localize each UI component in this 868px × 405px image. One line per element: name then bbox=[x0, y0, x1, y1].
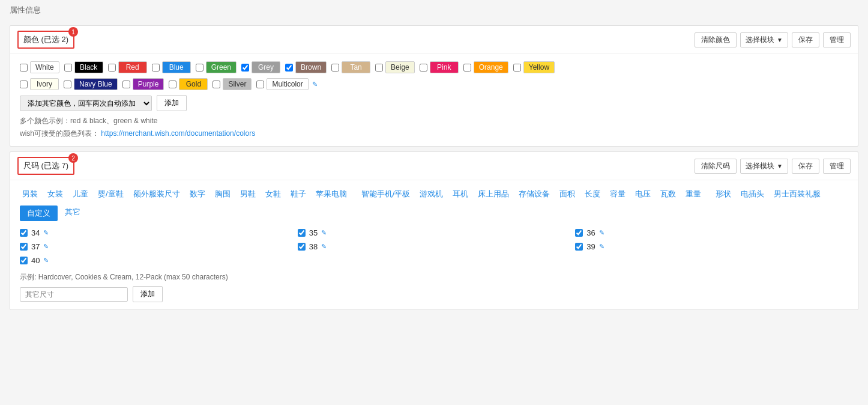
color-label-multicolor[interactable]: Multicolor bbox=[267, 78, 308, 90]
tab-apple-pc[interactable]: 苹果电脑 bbox=[313, 187, 349, 201]
tab-shape[interactable]: 形状 bbox=[713, 187, 734, 201]
size-label-40[interactable]: 40 bbox=[31, 256, 40, 265]
size-edit-icon-39[interactable]: ✎ bbox=[599, 243, 604, 251]
size-input-row: 示例: Hardcover, Cookies & Cream, 12-Pack … bbox=[20, 272, 848, 302]
tab-men[interactable]: 男装 bbox=[20, 187, 40, 201]
color-checkbox-tan[interactable] bbox=[331, 64, 339, 72]
color-label-beige[interactable]: Beige bbox=[385, 61, 415, 73]
size-label-37[interactable]: 37 bbox=[31, 242, 40, 251]
size-edit-icon-35[interactable]: ✎ bbox=[321, 229, 327, 237]
tab-area[interactable]: 面积 bbox=[557, 187, 577, 201]
size-edit-icon-38[interactable]: ✎ bbox=[321, 243, 327, 251]
clear-size-button[interactable]: 清除尺码 bbox=[695, 159, 737, 174]
color-label-red[interactable]: Red bbox=[118, 61, 147, 73]
color-label-silver[interactable]: Silver bbox=[223, 78, 252, 90]
color-label-brown[interactable]: Brown bbox=[295, 61, 327, 73]
color-checkbox-ivory[interactable] bbox=[20, 81, 28, 88]
tab-baby-shoes[interactable]: 婴/童鞋 bbox=[95, 187, 126, 201]
color-label-white[interactable]: White bbox=[30, 61, 59, 73]
tab-watts[interactable]: 瓦数 bbox=[658, 187, 678, 201]
color-label-navy-blue[interactable]: Navy Blue bbox=[74, 78, 118, 90]
color-hint-link[interactable]: https://merchant.wish.com/documentation/… bbox=[101, 129, 255, 138]
color-checkbox-beige[interactable] bbox=[375, 64, 383, 72]
color-checkbox-blue[interactable] bbox=[152, 64, 160, 72]
color-checkbox-black[interactable] bbox=[64, 64, 72, 72]
tab-outdoor[interactable]: 额外服装尺寸 bbox=[131, 187, 182, 201]
size-edit-icon-37[interactable]: ✎ bbox=[43, 243, 49, 251]
size-label-35[interactable]: 35 bbox=[309, 228, 318, 237]
size-manage-button[interactable]: 管理 bbox=[823, 159, 851, 174]
color-checkbox-orange[interactable] bbox=[463, 64, 471, 72]
size-label-34[interactable]: 34 bbox=[31, 228, 40, 237]
color-grid-row1: White Black Red Blue Green Grey bbox=[20, 61, 848, 73]
add-size-button[interactable]: 添加 bbox=[133, 286, 163, 302]
size-edit-icon-34[interactable]: ✎ bbox=[43, 229, 49, 237]
tab-plug[interactable]: 电插头 bbox=[738, 187, 767, 201]
tab-earphone[interactable]: 耳机 bbox=[450, 187, 471, 201]
clear-color-button[interactable]: 清除颜色 bbox=[695, 32, 737, 47]
color-checkbox-green[interactable] bbox=[196, 64, 203, 72]
color-label-pink[interactable]: Pink bbox=[430, 61, 459, 73]
color-label-orange[interactable]: Orange bbox=[474, 61, 508, 73]
size-checkbox-34[interactable] bbox=[20, 229, 28, 237]
tab-other[interactable]: 其它 bbox=[62, 206, 83, 221]
color-label-blue[interactable]: Blue bbox=[162, 61, 191, 73]
tab-weight[interactable]: 重量 bbox=[683, 187, 704, 201]
tab-bedding[interactable]: 床上用品 bbox=[475, 187, 511, 201]
tab-women[interactable]: 女装 bbox=[45, 187, 65, 201]
color-checkbox-gold[interactable] bbox=[169, 81, 176, 88]
size-edit-icon-40[interactable]: ✎ bbox=[43, 257, 49, 264]
size-edit-icon-36[interactable]: ✎ bbox=[599, 229, 604, 237]
size-select-module-button[interactable]: 选择模块 ▼ bbox=[740, 159, 788, 174]
color-checkbox-multicolor[interactable] bbox=[256, 81, 264, 88]
color-checkbox-silver[interactable] bbox=[212, 81, 220, 88]
tab-storage[interactable]: 存储设备 bbox=[516, 187, 552, 201]
tab-chest[interactable]: 胸围 bbox=[212, 187, 233, 201]
color-label-tan[interactable]: Tan bbox=[342, 61, 370, 73]
color-checkbox-grey[interactable] bbox=[241, 64, 249, 72]
multicolor-edit-icon[interactable]: ✎ bbox=[312, 81, 318, 88]
select-module-button[interactable]: 选择模块 ▼ bbox=[740, 32, 788, 47]
color-manage-button[interactable]: 管理 bbox=[823, 32, 851, 47]
tab-men-shoes[interactable]: 男鞋 bbox=[238, 187, 258, 201]
size-checkbox-35[interactable] bbox=[298, 229, 306, 237]
color-label-grey[interactable]: Grey bbox=[252, 61, 280, 73]
size-label-38[interactable]: 38 bbox=[309, 242, 318, 251]
color-checkbox-purple[interactable] bbox=[122, 81, 130, 88]
color-checkbox-yellow[interactable] bbox=[513, 64, 521, 72]
color-checkbox-white[interactable] bbox=[20, 64, 28, 72]
size-label-36[interactable]: 36 bbox=[586, 228, 595, 237]
add-color-button[interactable]: 添加 bbox=[157, 95, 187, 111]
color-checkbox-brown[interactable] bbox=[285, 64, 293, 72]
tab-length[interactable]: 长度 bbox=[582, 187, 603, 201]
color-checkbox-pink[interactable] bbox=[420, 64, 427, 72]
other-size-input[interactable] bbox=[20, 287, 128, 302]
color-label-ivory[interactable]: Ivory bbox=[30, 78, 59, 90]
tab-smartphone[interactable]: 智能手机/平板 bbox=[359, 187, 413, 201]
size-label-39[interactable]: 39 bbox=[586, 242, 595, 251]
tab-shoes[interactable]: 鞋子 bbox=[288, 187, 309, 201]
size-save-button[interactable]: 保存 bbox=[792, 159, 819, 174]
size-checkbox-36[interactable] bbox=[575, 229, 583, 237]
color-save-button[interactable]: 保存 bbox=[792, 32, 819, 47]
color-label-black[interactable]: Black bbox=[74, 61, 103, 73]
tab-voltage[interactable]: 电压 bbox=[633, 187, 653, 201]
tab-men-suit[interactable]: 男士西装礼服 bbox=[771, 187, 823, 201]
tab-game[interactable]: 游戏机 bbox=[417, 187, 445, 201]
tab-custom[interactable]: 自定义 bbox=[20, 206, 58, 221]
size-checkbox-40[interactable] bbox=[20, 257, 28, 264]
tab-number[interactable]: 数字 bbox=[187, 187, 208, 201]
tab-children[interactable]: 儿童 bbox=[70, 187, 91, 201]
color-checkbox-navy-blue[interactable] bbox=[64, 81, 71, 88]
color-label-gold[interactable]: Gold bbox=[179, 78, 208, 90]
size-checkbox-38[interactable] bbox=[298, 243, 306, 251]
color-label-green[interactable]: Green bbox=[206, 61, 237, 73]
add-color-select[interactable]: 添加其它颜色，回车两次自动添加 bbox=[20, 96, 152, 111]
tab-women-shoes[interactable]: 女鞋 bbox=[263, 187, 283, 201]
size-checkbox-39[interactable] bbox=[575, 243, 583, 251]
color-checkbox-red[interactable] bbox=[108, 64, 116, 72]
color-label-purple[interactable]: Purple bbox=[133, 78, 164, 90]
tab-capacity[interactable]: 容量 bbox=[607, 187, 628, 201]
color-label-yellow[interactable]: Yellow bbox=[523, 61, 555, 73]
size-checkbox-37[interactable] bbox=[20, 243, 28, 251]
